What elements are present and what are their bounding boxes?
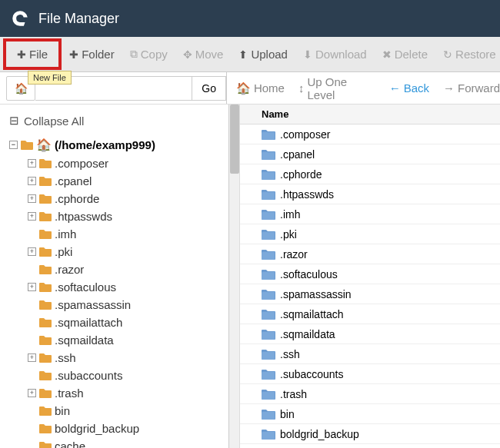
folder-icon: [262, 329, 280, 340]
tree-item[interactable]: +.ssh: [28, 349, 228, 367]
table-row[interactable]: .imh: [240, 204, 500, 224]
table-row[interactable]: .composer: [240, 124, 500, 144]
folder-icon: [262, 249, 280, 260]
tree-item[interactable]: +.composer: [28, 154, 228, 172]
copy-button[interactable]: ⧉ Copy: [122, 43, 175, 65]
expander-icon[interactable]: +: [28, 283, 36, 291]
copy-icon: ⧉: [130, 48, 138, 61]
tree-item-label: .razor: [55, 263, 84, 276]
tree-item[interactable]: .sqmailattach: [28, 314, 228, 331]
tree-item-label: .subaccounts: [55, 369, 122, 382]
expander-icon[interactable]: +: [28, 353, 36, 362]
expander-icon[interactable]: +: [28, 212, 36, 221]
expander-spacer: [28, 407, 36, 415]
go-button[interactable]: Go: [192, 76, 226, 101]
upload-icon: ⬆: [238, 48, 248, 61]
table-row[interactable]: .trash: [240, 384, 500, 404]
folder-icon: [39, 211, 52, 221]
folder-icon: [39, 176, 52, 186]
folder-icon: [39, 335, 52, 345]
collapse-all-button[interactable]: ⊟ Collapse All: [0, 111, 228, 131]
scrollbar-track[interactable]: [229, 105, 240, 448]
nav-forward[interactable]: → Forward: [443, 81, 500, 95]
table-row[interactable]: .subaccounts: [240, 364, 500, 384]
tree-item[interactable]: +.cphorde: [28, 190, 228, 207]
new-file-button[interactable]: ✚ File: [9, 43, 55, 65]
file-name: .softaculous: [280, 268, 338, 280]
folder-label: Folder: [82, 48, 115, 61]
tree-root[interactable]: − 🏠 (/home/examp999): [9, 135, 228, 154]
download-button[interactable]: ⬇ Download: [295, 43, 375, 65]
expander-icon[interactable]: +: [28, 247, 36, 256]
delete-button[interactable]: ✖ Delete: [375, 43, 435, 65]
home-icon: 🏠: [236, 81, 251, 95]
table-row[interactable]: .pki: [240, 224, 500, 244]
expander-spacer: [28, 336, 36, 344]
expander-icon[interactable]: +: [28, 389, 36, 397]
scrollbar-thumb[interactable]: [230, 105, 239, 174]
table-row[interactable]: .softaculous: [240, 264, 500, 284]
table-row[interactable]: .razor: [240, 244, 500, 264]
folder-icon: [262, 409, 280, 420]
table-row[interactable]: .cpanel: [240, 144, 500, 164]
file-name: .spamassassin: [280, 288, 352, 300]
tree-item[interactable]: +.htpasswds: [28, 207, 228, 225]
tree-item[interactable]: +.trash: [28, 384, 228, 402]
upload-button[interactable]: ⬆ Upload: [231, 43, 295, 65]
folder-icon: [262, 129, 280, 140]
folder-icon: [39, 229, 52, 239]
expander-icon[interactable]: +: [28, 177, 36, 185]
nav-back[interactable]: ← Back: [389, 81, 429, 95]
table-row[interactable]: .cphorde: [240, 164, 500, 184]
file-name: .ssh: [280, 348, 300, 360]
folder-icon: [262, 209, 280, 220]
app-header: File Manager: [0, 0, 500, 37]
tree: − 🏠 (/home/examp999) +.composer+.cpanel+…: [0, 135, 228, 448]
tree-item[interactable]: .sqmaildata: [28, 331, 228, 349]
tree-item[interactable]: .spamassassin: [28, 296, 228, 314]
table-row[interactable]: .ssh: [240, 344, 500, 364]
file-name: .cpanel: [280, 148, 315, 161]
tree-item[interactable]: boldgrid_backup: [28, 420, 228, 437]
tree-item[interactable]: .subaccounts: [28, 367, 228, 384]
folder-icon: [262, 349, 280, 360]
tree-item-label: .cphorde: [55, 192, 99, 205]
expander-icon[interactable]: +: [28, 159, 36, 168]
table-row[interactable]: bin: [240, 404, 500, 424]
expander-icon[interactable]: −: [9, 141, 18, 149]
sidebar: ⊟ Collapse All − 🏠 (/home/examp999) +.co…: [0, 105, 229, 448]
tree-item[interactable]: bin: [28, 402, 228, 420]
home-icon: 🏠: [36, 138, 52, 152]
tree-item[interactable]: +.softaculous: [28, 278, 228, 296]
table-row[interactable]: .htpasswds: [240, 184, 500, 204]
download-icon: ⬇: [303, 48, 312, 61]
nav-up[interactable]: ↕ Up One Level: [298, 75, 375, 101]
table-row[interactable]: .sqmaildata: [240, 324, 500, 344]
table-row[interactable]: .sqmailattach: [240, 304, 500, 324]
tree-item[interactable]: +.pki: [28, 243, 228, 261]
table: Name .composer.cpanel.cphorde.htpasswds.…: [240, 105, 500, 444]
nav-home[interactable]: 🏠 Home: [236, 81, 285, 95]
expander-spacer: [28, 265, 36, 274]
tree-item-label: bin: [55, 404, 70, 417]
tree-item[interactable]: .razor: [28, 261, 228, 278]
new-folder-button[interactable]: ✚ Folder: [62, 43, 122, 65]
forward-icon: →: [443, 81, 455, 95]
file-name: .cphorde: [280, 168, 322, 181]
nav-up-label: Up One Level: [307, 75, 375, 101]
file-name: bin: [280, 408, 295, 420]
folder-icon: [262, 269, 280, 280]
collapse-icon: ⊟: [9, 114, 19, 128]
restore-button[interactable]: ↻ Restore: [435, 43, 500, 65]
folder-icon: [39, 353, 52, 363]
tree-item[interactable]: .imh: [28, 225, 228, 243]
table-row[interactable]: .spamassassin: [240, 284, 500, 304]
tree-item[interactable]: +.cpanel: [28, 172, 228, 190]
tree-item[interactable]: cache: [28, 437, 228, 448]
expander-icon[interactable]: +: [28, 194, 36, 203]
folder-icon: [262, 289, 280, 300]
table-header[interactable]: Name: [240, 105, 500, 124]
nav-right: 🏠 Home ↕ Up One Level ← Back → Forward: [227, 75, 500, 101]
move-button[interactable]: ✥ Move: [175, 43, 232, 65]
table-row[interactable]: boldgrid_backup: [240, 424, 500, 444]
